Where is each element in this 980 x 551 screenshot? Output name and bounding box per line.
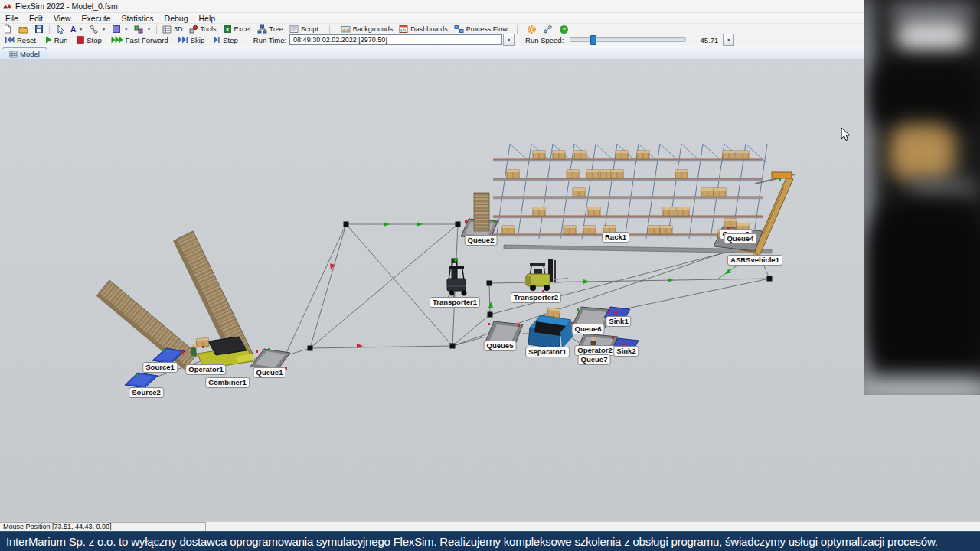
fast-forward-button[interactable]: Fast Forward bbox=[106, 34, 173, 46]
bottom-banner: InterMarium Sp. z o.o. to wyłączny dosta… bbox=[0, 531, 980, 551]
settings-button[interactable] bbox=[524, 24, 540, 34]
label-queue7: Queue7 bbox=[578, 354, 611, 365]
tools-button[interactable]: Tools bbox=[186, 24, 220, 34]
text-tool-button[interactable]: A ▼ bbox=[67, 24, 86, 34]
connector-button[interactable] bbox=[540, 24, 556, 34]
objects-tool-icon bbox=[134, 24, 144, 34]
label-transporter2: Transporter2 bbox=[511, 292, 561, 303]
title-bar: FlexSim 2022 - Model_0.fsm bbox=[0, 0, 864, 13]
operator1-figure[interactable] bbox=[191, 344, 197, 356]
help-button[interactable]: ? bbox=[556, 24, 572, 34]
reset-label: Reset bbox=[17, 36, 36, 44]
label-sink2: Sink2 bbox=[613, 346, 639, 357]
menu-file[interactable]: File bbox=[0, 14, 24, 23]
excel-icon: X bbox=[223, 24, 232, 34]
3d-view-label: 3D bbox=[174, 25, 183, 33]
stop-button[interactable]: Stop bbox=[72, 34, 106, 46]
label-source1: Source1 bbox=[142, 362, 178, 373]
menu-edit[interactable]: Edit bbox=[24, 14, 48, 23]
run-time-dropdown-button[interactable]: ▼ bbox=[503, 34, 514, 46]
toolbar-separator bbox=[49, 25, 50, 34]
dashboards-button[interactable]: Dashboards bbox=[396, 24, 451, 34]
menu-debug[interactable]: Debug bbox=[159, 14, 194, 23]
flexsim-window: FlexSim 2022 - Model_0.fsm File Edit Vie… bbox=[0, 0, 980, 551]
menu-execute[interactable]: Execute bbox=[77, 14, 116, 23]
3d-view-button[interactable]: 3D bbox=[159, 24, 186, 34]
run-speed-slider-handle[interactable] bbox=[590, 35, 596, 45]
stop-label: Stop bbox=[87, 36, 102, 44]
script-button[interactable]: Script bbox=[286, 24, 322, 34]
skip-label: Skip bbox=[191, 36, 204, 44]
objects-tool-button[interactable]: ▼ bbox=[131, 24, 154, 34]
window-title: FlexSim 2022 - Model_0.fsm bbox=[15, 2, 118, 11]
save-icon bbox=[34, 24, 44, 34]
reset-button[interactable]: Reset bbox=[0, 34, 41, 46]
run-speed-value: 45.71 bbox=[692, 36, 718, 44]
run-time-input[interactable]: 08:49:30 02.02.2022 [2970.50] bbox=[289, 34, 502, 45]
select-tool-button[interactable] bbox=[52, 24, 67, 34]
separator1-object[interactable] bbox=[528, 308, 573, 349]
pallet-stack-1[interactable] bbox=[96, 280, 198, 370]
document-tab-strip: Model bbox=[0, 46, 864, 60]
fill-tool-icon bbox=[112, 24, 121, 34]
process-flow-button[interactable]: Process Flow bbox=[451, 24, 511, 34]
fast-forward-label: Fast Forward bbox=[126, 36, 168, 44]
tree-icon bbox=[257, 24, 267, 34]
chevron-down-icon: ▼ bbox=[727, 37, 730, 42]
chevron-down-icon: ▼ bbox=[147, 27, 151, 31]
chevron-down-icon: ▼ bbox=[124, 27, 128, 31]
source2-object[interactable] bbox=[125, 373, 158, 388]
tree-label: Tree bbox=[270, 25, 283, 33]
tree-button[interactable]: Tree bbox=[254, 24, 286, 34]
menu-view[interactable]: View bbox=[48, 14, 77, 23]
text-tool-glyph: A bbox=[70, 25, 76, 34]
label-combiner1: Combiner1 bbox=[205, 377, 250, 388]
menu-statistics[interactable]: Statistics bbox=[116, 14, 159, 23]
run-speed-slider[interactable] bbox=[570, 37, 686, 42]
save-button[interactable] bbox=[31, 24, 47, 34]
tab-model[interactable]: Model bbox=[2, 47, 47, 60]
dashboards-label: Dashboards bbox=[410, 25, 448, 33]
connections-tool-button[interactable]: ▼ bbox=[86, 24, 109, 34]
new-model-icon bbox=[3, 24, 12, 34]
toolbar-separator bbox=[517, 25, 518, 34]
run-controls-bar: Reset Run Stop Fast Forward Skip Step Ru… bbox=[0, 34, 864, 47]
label-asrsvehicle1: ASRSvehicle1 bbox=[727, 255, 782, 266]
flexsim-logo-icon bbox=[3, 2, 11, 11]
script-label: Script bbox=[301, 25, 318, 33]
menu-bar: File Edit View Execute Statistics Debug … bbox=[0, 13, 864, 23]
label-queue2: Queue2 bbox=[465, 235, 498, 246]
stop-icon bbox=[77, 36, 84, 44]
toolbar-separator bbox=[329, 25, 330, 34]
fill-tool-button[interactable]: ▼ bbox=[109, 24, 131, 34]
menu-help[interactable]: Help bbox=[194, 14, 221, 23]
skip-icon bbox=[178, 36, 188, 44]
backgrounds-icon bbox=[341, 24, 351, 34]
open-button[interactable] bbox=[15, 24, 31, 34]
backgrounds-button[interactable]: Backgrounds bbox=[338, 24, 397, 34]
tools-label: Tools bbox=[201, 25, 217, 33]
main-toolbar: A ▼ ▼ ▼ ▼ 3D Tools bbox=[0, 23, 864, 34]
excel-button[interactable]: X Excel bbox=[220, 24, 254, 34]
model-scene bbox=[0, 59, 980, 521]
transporter1-object[interactable] bbox=[446, 259, 467, 302]
svg-text:X: X bbox=[225, 26, 230, 33]
label-queue4: Queue4 bbox=[724, 233, 757, 244]
open-icon bbox=[18, 24, 28, 34]
step-button[interactable]: Step bbox=[209, 34, 243, 46]
queue2-object[interactable] bbox=[461, 193, 498, 239]
reset-icon bbox=[5, 36, 15, 44]
connections-tool-icon bbox=[89, 24, 99, 34]
new-model-button[interactable] bbox=[0, 24, 15, 34]
connector-icon bbox=[543, 24, 553, 34]
chevron-down-icon: ▼ bbox=[507, 37, 511, 42]
run-time-label: Run Time: bbox=[253, 36, 286, 44]
run-button[interactable]: Run bbox=[41, 34, 72, 46]
run-speed-dropdown-button[interactable]: ▼ bbox=[723, 34, 734, 46]
transporter2-object[interactable] bbox=[525, 259, 568, 291]
grid-3d-icon bbox=[162, 24, 172, 34]
dashboards-icon bbox=[399, 24, 408, 34]
label-rack1: Rack1 bbox=[602, 232, 629, 243]
process-flow-icon bbox=[454, 24, 464, 34]
skip-button[interactable]: Skip bbox=[173, 34, 209, 46]
